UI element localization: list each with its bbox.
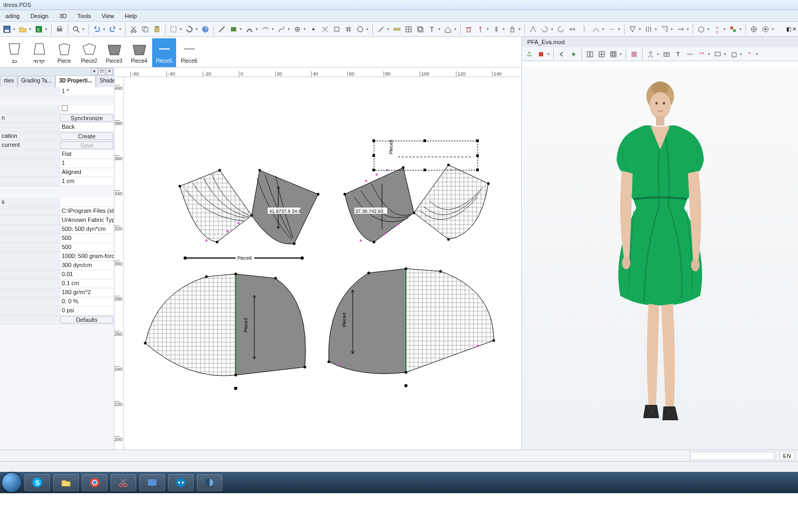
piece-thumb-3[interactable]: Piece2 (77, 38, 101, 67)
dropdown-icon[interactable]: ▾ (738, 24, 743, 35)
dock-pin2-icon[interactable]: ⊓ (98, 68, 105, 75)
stop-icon[interactable] (536, 49, 546, 60)
dropdown-icon[interactable]: ▾ (287, 24, 291, 35)
dropdown-icon[interactable]: ▾ (550, 24, 554, 35)
dropdown-icon[interactable]: ▾ (670, 24, 674, 35)
dropdown-icon[interactable]: ▾ (179, 24, 183, 35)
excel-icon[interactable]: X (34, 24, 44, 35)
property-value[interactable]: 500 (60, 243, 114, 252)
mirror-tool-icon[interactable] (579, 24, 589, 35)
paste-icon[interactable] (152, 24, 162, 35)
select-icon[interactable] (168, 24, 179, 35)
dropdown-icon[interactable]: ▾ (619, 49, 623, 60)
cut-icon[interactable] (128, 24, 139, 35)
property-value[interactable]: 1 * (60, 87, 114, 96)
dropdown-icon[interactable]: ▾ (617, 24, 621, 35)
extend-tool-icon[interactable] (675, 24, 686, 35)
taskbar-teamviewer-icon[interactable] (168, 474, 194, 491)
dropdown-icon[interactable]: ▾ (518, 24, 522, 35)
dock-down-icon[interactable]: ▾ (91, 68, 98, 75)
dropdown-icon[interactable]: ▾ (706, 24, 711, 35)
grid3d-icon[interactable] (596, 49, 607, 60)
rotate-ccw-icon[interactable] (555, 24, 566, 35)
rotate-icon[interactable] (184, 24, 195, 35)
fold-tool-icon[interactable] (659, 24, 670, 35)
print-icon[interactable] (54, 24, 65, 35)
property-value[interactable]: 500; 500 dyn*cm (60, 225, 114, 234)
dropdown-icon[interactable]: ▾ (654, 24, 658, 35)
property-value[interactable]: 0.01 (60, 270, 114, 279)
play-icon[interactable] (568, 49, 579, 60)
property-button[interactable]: Synchronize (60, 114, 113, 122)
piece-thumb-5[interactable]: Piece4 (127, 38, 151, 67)
dropdown-icon[interactable]: ▾ (771, 24, 775, 35)
dropdown-icon[interactable]: ▾ (707, 49, 711, 60)
target-tool-icon[interactable] (760, 24, 771, 35)
3d-tool-icon[interactable] (696, 24, 706, 35)
tab-grading[interactable]: Grading Ta... (18, 76, 55, 87)
property-value[interactable]: 0; 0 % (60, 297, 114, 306)
dart-tool-icon[interactable] (627, 24, 638, 35)
dock-pin-icon[interactable]: ◧ (786, 26, 791, 32)
piece-thumb-2[interactable]: Piece (52, 38, 76, 67)
property-value[interactable]: Back (60, 123, 114, 131)
property-value[interactable]: C:\Program Files (x86 (60, 207, 114, 215)
walk-tool-icon[interactable] (591, 24, 601, 35)
property-value[interactable]: Aligned (60, 168, 114, 177)
snap-tool-icon[interactable] (749, 24, 759, 35)
zoom-icon[interactable] (71, 24, 81, 35)
dropdown-icon[interactable]: ▾ (303, 24, 307, 35)
tab-properties[interactable]: rties (0, 76, 18, 87)
piece-thumb-4[interactable]: Piece3 (102, 38, 126, 67)
person-tool-icon[interactable] (712, 24, 722, 35)
property-value[interactable]: 500 (60, 234, 114, 243)
delete-tool-icon[interactable] (463, 24, 474, 35)
taskbar-explorer-icon[interactable] (53, 474, 79, 491)
pleat-tool-icon[interactable] (643, 24, 654, 35)
ruler-tool-icon[interactable] (392, 24, 402, 35)
notch-tool-icon[interactable] (331, 24, 342, 35)
people-icon[interactable] (696, 49, 707, 60)
open-icon[interactable] (18, 24, 28, 35)
taskbar-chrome-icon[interactable] (82, 474, 107, 491)
dropdown-icon[interactable]: ▾ (546, 49, 551, 60)
rotate-cw-icon[interactable] (539, 24, 550, 35)
menu-view[interactable]: View (96, 11, 120, 21)
taskbar-app1-icon[interactable] (139, 474, 165, 491)
layers-tool-icon[interactable] (415, 24, 426, 35)
copy-icon[interactable] (140, 24, 151, 35)
table-tool-icon[interactable] (403, 24, 414, 35)
seam-tool-icon[interactable] (606, 24, 617, 35)
rect-tool-icon[interactable] (228, 24, 239, 35)
property-button[interactable]: Create (60, 132, 113, 140)
tab-3d-properties[interactable]: 3D Properti... (55, 76, 96, 87)
property-value[interactable]: 1000; 500 gram-force (60, 252, 114, 261)
3d-viewport[interactable] (522, 68, 798, 450)
dropdown-icon[interactable]: ▾ (271, 24, 275, 35)
curve-tool-icon[interactable] (276, 24, 287, 35)
right-doc-title[interactable]: PFA_Eva.mod (524, 39, 796, 45)
taskbar-skype-icon[interactable]: S (24, 474, 50, 491)
dropdown-icon[interactable]: ▾ (638, 24, 642, 35)
lock-tool-icon[interactable] (507, 24, 518, 35)
property-value[interactable]: 180 gr/m^2 (60, 288, 114, 297)
mesh-icon[interactable] (608, 49, 619, 60)
align-tool-icon[interactable] (491, 24, 502, 35)
status-lang[interactable]: EN (779, 452, 795, 460)
dropdown-icon[interactable]: ▾ (502, 24, 506, 35)
dropdown-icon[interactable]: ▾ (12, 24, 16, 35)
property-value[interactable]: 0 psi (60, 306, 114, 315)
property-value[interactable]: 1 cm (60, 177, 114, 186)
dropdown-icon[interactable]: ▾ (255, 24, 259, 35)
menu-grading[interactable]: ading (0, 11, 25, 21)
dropdown-icon[interactable]: ▾ (365, 24, 370, 35)
dropdown-icon[interactable]: ▾ (102, 24, 106, 35)
piece-thumb-0[interactable]: גב (2, 38, 26, 67)
dropdown-icon[interactable]: ▾ (686, 24, 690, 35)
piece-thumb-7[interactable]: Piece6 (177, 38, 201, 67)
save-icon[interactable] (2, 24, 12, 35)
split-icon[interactable] (585, 49, 595, 60)
avatar-icon[interactable] (645, 49, 656, 60)
dropdown-icon[interactable]: ▾ (81, 24, 86, 35)
property-value[interactable]: 300 dyn/cm (60, 261, 114, 270)
